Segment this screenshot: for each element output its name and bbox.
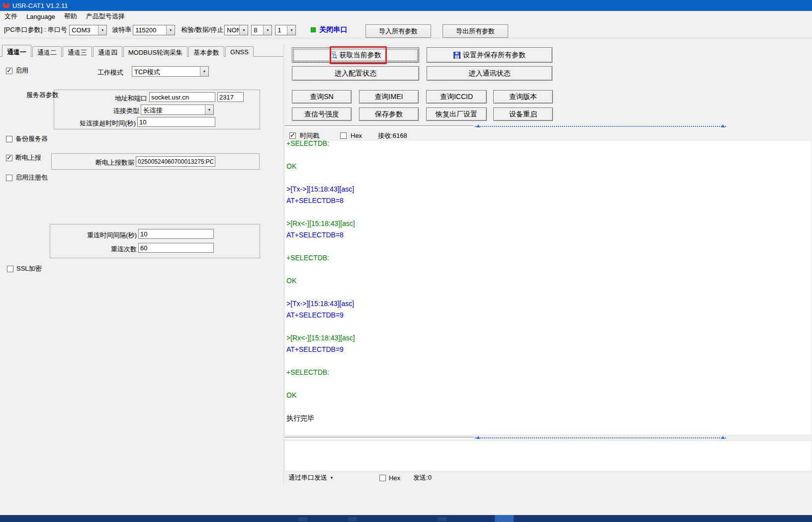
sent-count: 发送:0: [413, 473, 432, 482]
short-timeout-input[interactable]: [137, 117, 215, 127]
menu-item-文件[interactable]: 文件: [0, 11, 22, 22]
baud-label: 波特率: [112, 25, 131, 34]
port-input[interactable]: [217, 92, 244, 102]
splitter-arrow-icon[interactable]: [721, 436, 725, 439]
taskbar-icon[interactable]: [348, 517, 357, 521]
addr-input[interactable]: [149, 92, 215, 102]
parity-select[interactable]: NONI ▼: [224, 25, 248, 35]
reconnect-interval-input[interactable]: [138, 229, 214, 239]
backup-server-checkbox[interactable]: [6, 136, 12, 142]
log-line: [286, 355, 812, 367]
send-via-serial-button[interactable]: 通过串口发送: [288, 473, 327, 482]
send-input-area[interactable]: [284, 440, 812, 471]
menu-item-Language[interactable]: Language: [22, 12, 60, 21]
taskbar-icon[interactable]: [438, 517, 447, 521]
panel-divider: [283, 44, 284, 485]
taskbar[interactable]: [0, 515, 812, 522]
backup-server-label: 备份服务器: [15, 134, 48, 143]
splitter-arrow-icon[interactable]: [721, 124, 725, 127]
power-report-row[interactable]: 断电上报: [6, 153, 41, 162]
chevron-down-icon: ▼: [239, 25, 248, 35]
log-line: +SELECTDB:: [286, 141, 812, 149]
taskbar-icon[interactable]: [298, 517, 307, 521]
log-line: +SELECTDB:: [286, 367, 812, 378]
send-hex-checkbox[interactable]: [379, 475, 386, 481]
get-params-button[interactable]: 获取当前参数: [292, 47, 419, 63]
register-pkg-row[interactable]: 启用注册包: [6, 173, 48, 182]
chevron-down-icon: ▼: [287, 25, 295, 35]
enable-checkbox[interactable]: [6, 68, 12, 74]
reboot-button[interactable]: 设备重启: [493, 107, 553, 121]
window-title: USR-CAT1 V1.2.11: [12, 2, 68, 9]
ssl-checkbox[interactable]: [7, 266, 13, 272]
stopbits-select[interactable]: 1 ▼: [275, 25, 296, 35]
save-floppy-icon: [453, 52, 460, 59]
query-imei-button[interactable]: 查询IMEI: [359, 90, 419, 104]
log-line: OK: [286, 390, 812, 401]
conn-type-label: 连接类型: [112, 106, 139, 115]
taskbar-active-item[interactable]: [495, 515, 514, 522]
backup-server-row[interactable]: 备份服务器: [6, 134, 48, 143]
close-port-button[interactable]: 关闭串口: [319, 25, 347, 34]
server-params-label: 服务器参数: [26, 91, 59, 100]
log-line: OK: [286, 275, 812, 287]
tab-通道二[interactable]: 通道二: [32, 46, 62, 57]
port-open-indicator: [311, 27, 316, 32]
baud-select[interactable]: 115200 ▼: [133, 25, 175, 35]
menu-item-产品型号选择[interactable]: 产品型号选择: [82, 11, 129, 22]
register-pkg-label: 启用注册包: [15, 173, 48, 182]
query-sn-button[interactable]: 查询SN: [292, 90, 352, 104]
stopbits-value: 1: [275, 25, 287, 35]
save-params-button[interactable]: 保存参数: [359, 107, 419, 121]
app-logo-icon: [3, 2, 9, 8]
tab-通道四[interactable]: 通道四: [93, 46, 122, 57]
enable-checkbox-row[interactable]: 启用: [6, 66, 28, 75]
import-params-button[interactable]: 导入所有参数: [365, 24, 431, 38]
conn-type-select[interactable]: 长连接 ▼: [141, 104, 214, 115]
databits-select[interactable]: 8 ▼: [251, 25, 272, 35]
work-mode-select[interactable]: TCP模式 ▼: [132, 66, 209, 77]
log-area[interactable]: +SELECTDB: OK >[Tx->][15:18:43][asc]AT+S…: [284, 141, 812, 435]
log-line: 执行完毕: [286, 413, 812, 424]
export-params-button[interactable]: 导出所有参数: [443, 24, 508, 38]
com-port-select[interactable]: COM3 ▼: [69, 25, 107, 35]
tab-GNSS[interactable]: GNSS: [225, 46, 254, 57]
power-report-data-input[interactable]: [136, 156, 215, 167]
chevron-down-icon[interactable]: ▼: [330, 476, 334, 480]
enable-label: 启用: [15, 66, 28, 75]
send-bar: 通过串口发送 ▼ Hex 发送:0: [284, 471, 812, 484]
log-line: OK: [286, 161, 812, 172]
log-hex-checkbox[interactable]: [340, 132, 347, 139]
query-version-button[interactable]: 查询版本: [493, 90, 553, 104]
ssl-row[interactable]: SSL加密: [7, 264, 42, 273]
ssl-label: SSL加密: [16, 264, 42, 273]
reconnect-times-input[interactable]: [138, 243, 214, 253]
horizontal-splitter-top[interactable]: [284, 124, 812, 129]
query-signal-button[interactable]: 查信号强度: [292, 107, 352, 121]
factory-reset-button[interactable]: 恢复出厂设置: [426, 107, 487, 121]
log-line: [286, 401, 812, 413]
timestamp-checkbox[interactable]: [289, 132, 296, 139]
query-iccid-button[interactable]: 查询ICCID: [426, 90, 487, 104]
frame-label: 检验/数据/停止: [181, 25, 223, 34]
timestamp-label: 时间戳: [300, 131, 319, 140]
set-save-params-label: 设置并保存所有参数: [463, 51, 526, 60]
tab-通道一[interactable]: 通道一: [2, 45, 31, 57]
tab-基本参数[interactable]: 基本参数: [188, 46, 224, 57]
power-report-checkbox[interactable]: [6, 155, 12, 161]
horizontal-splitter-bottom[interactable]: [284, 436, 812, 440]
log-hex-label: Hex: [351, 132, 362, 139]
databits-value: 8: [252, 25, 263, 35]
reconnect-times-label: 重连次数: [99, 245, 137, 254]
menu-item-帮助[interactable]: 帮助: [60, 11, 82, 22]
enter-comm-button[interactable]: 进入通讯状态: [427, 66, 552, 81]
register-pkg-checkbox[interactable]: [6, 175, 12, 181]
log-line: +SELECTDB:: [286, 252, 812, 264]
enter-config-button[interactable]: 进入配置状态: [292, 66, 419, 81]
reconnect-interval-label: 重连时间间隔(秒): [80, 231, 137, 240]
tab-通道三[interactable]: 通道三: [63, 46, 92, 57]
tab-MODBUS轮询采集[interactable]: MODBUS轮询采集: [123, 46, 187, 57]
log-line: [286, 172, 812, 184]
chevron-down-icon: ▼: [200, 67, 208, 76]
set-save-params-button[interactable]: 设置并保存所有参数: [427, 47, 552, 63]
